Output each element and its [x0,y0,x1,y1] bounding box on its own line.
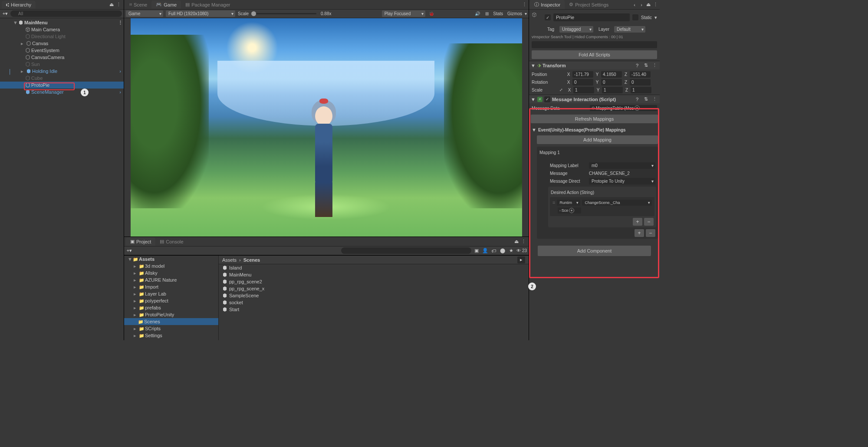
target-field[interactable]: ▫Sce [558,207,581,214]
hierarchy-item[interactable]: Cube [0,75,124,82]
foldout-icon[interactable]: ▸ [21,69,25,74]
resolution-dropdown[interactable]: Full HD (1920x1080) [166,10,235,17]
direction-dropdown[interactable]: Protopie To Unity [589,178,655,184]
folder-item[interactable]: ▸📁Settings [124,332,218,339]
fold-scripts-button[interactable]: Fold All Scripts [532,50,657,59]
chevron-right-icon[interactable]: › [119,69,121,74]
chevron-down-icon[interactable]: ▾ [525,11,527,16]
foldout-icon[interactable]: ▼ [531,97,536,102]
add-icon[interactable]: +▾ [126,247,133,254]
active-checkbox[interactable]: ✓ [545,14,551,20]
folder-item[interactable]: ▸📁SCripts [124,325,218,332]
hierarchy-item[interactable]: Main Camera [0,26,124,33]
lock-icon[interactable]: ⏏ [513,238,520,245]
enabled-checkbox[interactable]: ✓ [544,96,550,102]
link-icon[interactable]: ⤢ [559,88,566,92]
hierarchy-tab[interactable]: ⑆ Hierarchy [2,1,36,9]
breadcrumb-item[interactable]: Assets [222,257,237,263]
menu-icon[interactable]: ⋮ [115,1,122,8]
fav-icon[interactable]: ★ [508,247,515,254]
hierarchy-item[interactable]: CanvasCamera [0,54,124,61]
lock-icon[interactable]: ⏏ [108,1,115,8]
msg-data-field[interactable]: ⊙MappingTable (Mes [590,105,657,111]
folder-item-selected[interactable]: 📁Scenes [124,318,218,325]
bug-icon[interactable]: 🐞 [428,10,435,17]
foldout-icon[interactable]: ▼ [531,63,536,68]
scene-menu-icon[interactable]: ⋮ [117,19,124,26]
hierarchy-item[interactable]: ▸Holding Idle› [0,68,124,75]
audio-icon[interactable]: 🔊 [474,10,481,17]
runtime-dropdown[interactable]: Runtim [557,200,580,206]
asset-item[interactable]: pp_rpg_scene_x [219,285,529,292]
folder-item[interactable]: ▸📁ProtoPieUnity [124,311,218,318]
foldout-icon[interactable]: ▸ [21,41,25,46]
hierarchy-item[interactable]: Directional Light [0,33,124,40]
console-tab[interactable]: ▤Console [155,237,187,246]
object-picker-icon[interactable] [569,208,574,213]
help-icon[interactable]: ? [634,96,641,103]
gizmos-button[interactable]: Gizmos [507,11,522,16]
script-header[interactable]: ▼ # ✓ Message Interaction (Script) ? ⇅ ⋮ [529,95,660,103]
asset-item[interactable]: Start [219,306,529,313]
nav-back-icon[interactable]: ‹ [631,1,638,8]
menu-icon[interactable]: ⋮ [520,238,527,245]
preset-icon[interactable]: ⇅ [642,96,649,103]
drag-handle-icon[interactable]: = [552,200,555,205]
hierarchy-item[interactable]: Sun [0,61,124,68]
tag-dropdown[interactable]: Untagged [559,26,593,33]
vinspector-search[interactable] [532,41,657,48]
function-dropdown[interactable]: ChangeScene._Cha [582,200,652,206]
pos-x[interactable] [572,71,593,78]
scene-root[interactable]: ▼ MainMenu ⋮ [0,19,124,26]
grid-icon[interactable]: ⊞ [483,10,490,17]
folder-item[interactable]: ▸📁polyperfect [124,297,218,304]
remove-action-button[interactable]: − [644,218,654,226]
add-icon[interactable]: +▾ [2,10,9,17]
object-name-field[interactable] [553,13,630,21]
hierarchy-search[interactable] [10,10,122,17]
help-icon[interactable]: ? [634,62,641,69]
project-tab[interactable]: ▣Project [126,237,155,246]
hierarchy-item-selected[interactable]: ProtoPie [0,82,124,89]
type-icon[interactable]: 👤 [482,247,489,254]
folder-item[interactable]: ▸📁Import [124,283,218,290]
asset-item[interactable]: SampleScene [219,292,529,299]
hierarchy-item[interactable]: EventSystem [0,47,124,54]
chevron-right-icon[interactable]: › [119,89,121,95]
menu-icon[interactable]: ⋮ [651,96,658,103]
settings-tab[interactable]: ⚙Project Settings [565,0,613,9]
collapse-icon[interactable]: ▸ [517,256,525,263]
folder-item[interactable]: ▸📁Allsky [124,270,218,276]
folder-item[interactable]: ▸📁Layer Lab [124,290,218,297]
label-icon[interactable]: 🏷 [490,247,497,254]
project-search[interactable] [341,247,471,254]
scl-y[interactable] [602,87,623,93]
assets-root[interactable]: ▼📁Assets [124,256,218,263]
nav-fwd-icon[interactable]: › [638,1,645,8]
asset-item[interactable]: socket [219,299,529,306]
error-icon[interactable]: ⬤ [499,247,506,254]
scale-slider[interactable] [251,13,316,14]
foldout-icon[interactable]: ▼ [532,127,536,132]
preset-icon[interactable]: ⇅ [642,62,649,69]
add-mapping-button[interactable]: Add Mapping [537,135,658,144]
pos-y[interactable] [601,71,622,78]
play-mode-dropdown[interactable]: Play Focused [382,10,425,17]
package-tab[interactable]: ▤Package Manager [181,0,234,9]
hierarchy-item[interactable]: ▸Canvas [0,40,124,47]
scene-tab[interactable]: ⌗Scene [125,0,151,9]
add-component-button[interactable]: Add Component [538,246,651,256]
breadcrumb-item[interactable]: Scenes [243,257,260,263]
scl-x[interactable] [573,87,594,93]
menu-icon[interactable]: ⋮ [521,1,528,8]
asset-item[interactable]: pp_rpg_scene2 [219,278,529,285]
foldout-icon[interactable]: ▼ [13,20,17,25]
scl-z[interactable] [631,87,651,93]
remove-item-button[interactable]: − [646,229,655,237]
layer-dropdown[interactable]: Default [614,26,645,33]
add-action-button[interactable]: + [633,218,642,226]
hierarchy-item[interactable]: SceneManager› [0,89,124,95]
transform-header[interactable]: ▼ ⬗ Transform ? ⇅ ⋮ [529,61,660,69]
folder-item[interactable]: ▸📁prefabs [124,304,218,311]
static-checkbox[interactable] [632,14,638,20]
